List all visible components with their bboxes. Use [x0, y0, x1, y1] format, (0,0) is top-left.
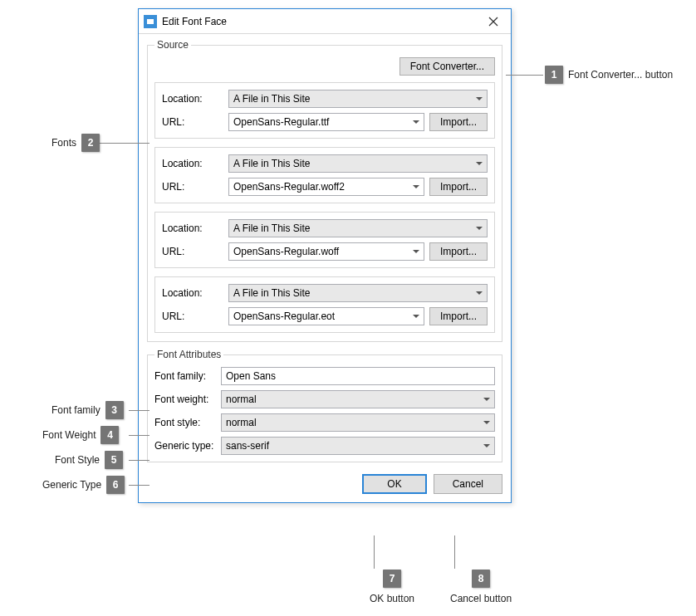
- chevron-down-icon: [479, 414, 494, 431]
- url-label: URL:: [162, 181, 228, 193]
- url-field[interactable]: OpenSans-Regular.woff: [228, 242, 424, 261]
- annotation-badge: 7: [383, 570, 401, 588]
- annotation-text: Font Style: [55, 454, 100, 466]
- chevron-down-icon: [472, 90, 487, 107]
- location-label: Location:: [162, 93, 228, 105]
- font-weight-select[interactable]: normal: [221, 390, 495, 408]
- titlebar: Edit Font Face: [139, 9, 511, 34]
- edit-font-face-dialog: Edit Font Face Source Font Converter... …: [138, 8, 512, 503]
- chevron-down-icon: [409, 243, 424, 260]
- app-icon: [144, 15, 157, 28]
- annotation: Font Weight 4: [37, 426, 119, 444]
- font-attributes-group: Font Attributes Font family: Font weight…: [147, 349, 502, 462]
- annotation-text: Font family: [51, 404, 100, 416]
- font-block: Location: A File in This Site URL: OpenS…: [154, 212, 495, 268]
- url-label: URL:: [162, 116, 228, 128]
- import-button[interactable]: Import...: [429, 242, 488, 261]
- chevron-down-icon: [472, 155, 487, 172]
- annotation: Font family 3: [47, 401, 124, 419]
- location-select[interactable]: A File in This Site: [228, 219, 488, 237]
- annotation-badge: 1: [545, 66, 563, 84]
- annotation-text: Generic Type: [42, 479, 101, 491]
- location-label: Location:: [162, 222, 228, 234]
- generic-type-select[interactable]: sans-serif: [221, 437, 495, 455]
- ok-button[interactable]: OK: [362, 474, 426, 494]
- annotation-text: Fonts: [51, 137, 76, 149]
- font-block: Location: A File in This Site URL: OpenS…: [154, 147, 495, 203]
- annotation-text: OK button: [370, 593, 414, 604]
- location-select[interactable]: A File in This Site: [228, 90, 488, 108]
- svg-rect-1: [147, 19, 154, 24]
- font-family-label: Font family:: [154, 370, 221, 382]
- import-button[interactable]: Import...: [429, 307, 488, 325]
- chevron-down-icon: [409, 178, 424, 195]
- url-field[interactable]: OpenSans-Regular.eot: [228, 307, 424, 325]
- annotation-badge: 3: [105, 401, 124, 419]
- annotation: 1 Font Converter... button: [545, 66, 678, 84]
- font-block: Location: A File in This Site URL: OpenS…: [154, 276, 495, 333]
- dialog-content: Source Font Converter... Location: A Fil…: [139, 34, 511, 502]
- annotation-badge: 2: [81, 134, 100, 152]
- source-legend: Source: [154, 39, 191, 51]
- chevron-down-icon: [409, 114, 424, 130]
- chevron-down-icon: [472, 220, 487, 237]
- chevron-down-icon: [479, 391, 494, 408]
- url-label: URL:: [162, 246, 228, 257]
- font-style-label: Font style:: [154, 417, 221, 428]
- annotation: Generic Type 6: [37, 476, 125, 494]
- font-block: Location: A File in This Site URL: OpenS…: [154, 82, 495, 139]
- chevron-down-icon: [479, 438, 494, 454]
- location-label: Location:: [162, 158, 228, 169]
- chevron-down-icon: [472, 285, 487, 301]
- font-family-input[interactable]: [221, 367, 495, 385]
- font-attributes-legend: Font Attributes: [154, 349, 223, 360]
- annotation: 8 Cancel button: [445, 570, 517, 604]
- dialog-title: Edit Font Face: [162, 16, 481, 27]
- font-converter-button[interactable]: Font Converter...: [399, 57, 495, 76]
- close-button[interactable]: [481, 10, 506, 33]
- font-style-select[interactable]: normal: [221, 413, 495, 432]
- location-label: Location:: [162, 287, 228, 299]
- annotation-badge: 6: [106, 476, 125, 494]
- location-select[interactable]: A File in This Site: [228, 154, 488, 173]
- source-group: Source Font Converter... Location: A Fil…: [147, 39, 502, 342]
- annotation-text: Font Converter... button: [568, 69, 673, 81]
- annotation-badge: 5: [105, 451, 123, 469]
- url-field[interactable]: OpenSans-Regular.ttf: [228, 113, 424, 131]
- location-select[interactable]: A File in This Site: [228, 284, 488, 302]
- url-field[interactable]: OpenSans-Regular.woff2: [228, 178, 424, 196]
- close-icon: [488, 17, 498, 27]
- annotation: Fonts 2: [47, 134, 100, 152]
- annotation: Font Style 5: [50, 451, 123, 469]
- import-button[interactable]: Import...: [429, 113, 488, 131]
- import-button[interactable]: Import...: [429, 178, 488, 196]
- annotation-badge: 4: [100, 426, 119, 444]
- url-label: URL:: [162, 310, 228, 322]
- font-weight-label: Font weight:: [154, 394, 221, 405]
- generic-type-label: Generic type:: [154, 440, 221, 452]
- dialog-footer: OK Cancel: [147, 469, 502, 494]
- annotation-text: Font Weight: [42, 429, 96, 441]
- annotation-badge: 8: [472, 570, 490, 588]
- annotation: 7 OK button: [365, 570, 419, 604]
- cancel-button[interactable]: Cancel: [434, 474, 502, 494]
- annotation-text: Cancel button: [450, 593, 512, 604]
- chevron-down-icon: [409, 308, 424, 325]
